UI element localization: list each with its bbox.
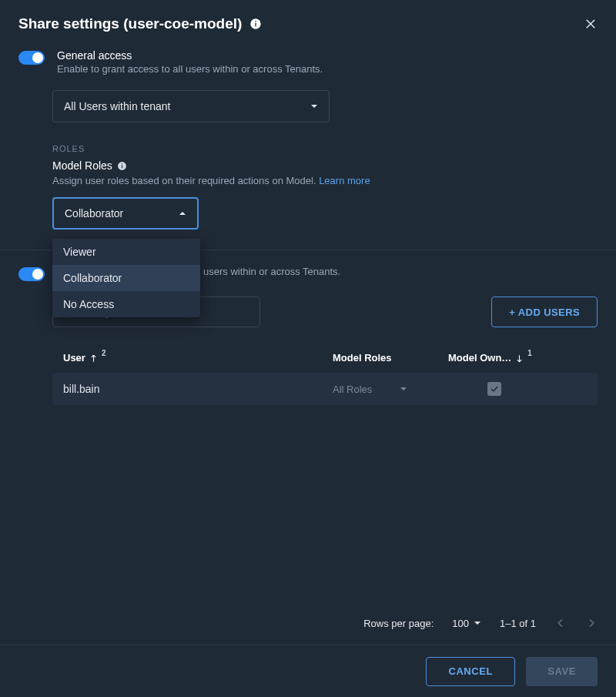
chevron-down-icon [474,619,481,627]
pager-next[interactable] [585,617,598,629]
svg-rect-4 [122,165,122,168]
pager-range: 1–1 of 1 [500,618,536,629]
pager-prev[interactable] [554,617,567,629]
info-icon[interactable] [249,18,262,30]
svg-rect-2 [256,21,256,22]
role-option-collaborator[interactable]: Collaborator [52,265,200,291]
sort-order-badge: 2 [102,349,106,357]
scope-select-value: All Users within tenant [64,100,171,112]
cell-user: bill.bain [63,383,333,395]
learn-more-link[interactable]: Learn more [319,175,370,186]
table-row: bill.bain All Roles [52,373,598,405]
roles-assign-text: Assign user roles based on their require… [52,175,598,186]
role-select[interactable]: Collaborator [52,197,199,230]
close-icon[interactable] [584,17,598,31]
dialog-title: Share settings (user-coe-model) [18,15,242,32]
rows-per-page-label: Rows per page: [363,618,434,629]
row-role-select[interactable]: All Roles [333,384,448,395]
arrow-up-icon [89,354,99,364]
scope-select[interactable]: All Users within tenant [52,90,330,122]
role-option-no-access[interactable]: No Access [52,291,200,317]
chevron-down-icon [400,385,407,393]
users-table: User 2 Model Roles Model Own… 1 bill.bai… [52,343,598,405]
dialog-footer: CANCEL SAVE [0,645,616,697]
rows-per-page-select[interactable]: 100 [452,618,481,629]
individual-access-toggle[interactable] [18,267,45,281]
roles-heading: Model Roles [52,159,598,172]
info-icon[interactable] [117,161,127,171]
chevron-down-icon [310,102,318,110]
general-access-section: General access Enable to grant access to… [0,42,616,78]
cancel-button[interactable]: CANCEL [426,657,515,686]
role-select-value: Collaborator [65,207,123,219]
role-option-viewer[interactable]: Viewer [52,239,200,265]
table-header: User 2 Model Roles Model Own… 1 [52,343,598,373]
column-header-owner[interactable]: Model Own… 1 [448,352,541,364]
owner-checkbox[interactable] [487,382,501,396]
general-access-toggle[interactable] [18,51,45,65]
svg-rect-5 [122,163,122,164]
chevron-up-icon [179,209,186,217]
general-access-subtitle: Enable to grant access to all users with… [57,63,323,75]
roles-section-label: ROLES [52,144,598,153]
arrow-down-icon [514,354,524,364]
column-header-roles[interactable]: Model Roles [333,352,448,364]
sort-order-badge: 1 [527,349,532,357]
role-dropdown: Viewer Collaborator No Access [52,239,200,317]
add-users-button[interactable]: + ADD USERS [491,297,598,327]
save-button: SAVE [526,657,598,686]
general-access-title: General access [57,49,323,62]
dialog-header: Share settings (user-coe-model) [0,0,616,42]
svg-rect-1 [256,23,256,27]
table-pager: Rows per page: 100 1–1 of 1 [363,617,598,629]
column-header-user[interactable]: User 2 [63,352,333,364]
